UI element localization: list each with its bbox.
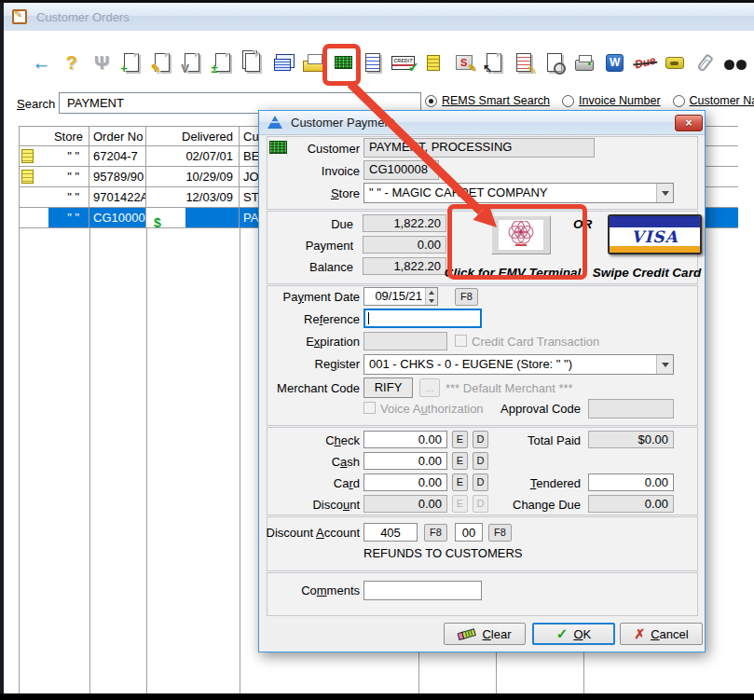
delivered-cell: 10/29/09 <box>146 167 240 186</box>
close-icon[interactable]: × <box>675 115 703 131</box>
copy-order-icon[interactable] <box>238 39 267 86</box>
title-bar: Customer Orders <box>4 3 754 31</box>
search-mode-radio-rems-smart-search[interactable]: REMS Smart Search <box>425 94 550 107</box>
edit-document-icon[interactable] <box>509 39 539 86</box>
discount-subaccount-input[interactable] <box>455 523 483 542</box>
chevron-down-icon[interactable] <box>656 184 673 202</box>
spin-down-icon[interactable] <box>426 296 437 305</box>
adjust-order-icon-glyph: ± <box>215 53 230 72</box>
word-export-icon[interactable]: W <box>599 39 629 86</box>
comments-input[interactable] <box>363 581 482 600</box>
cash-d-button[interactable]: D <box>473 452 488 470</box>
check-e-button[interactable]: E <box>452 431 468 448</box>
cancel-button-label: Cancel <box>651 627 688 641</box>
change-due-label: Change Due <box>483 498 581 513</box>
payment-date-field[interactable]: 09/15/21 <box>363 287 438 306</box>
invoice-receipt-icon[interactable] <box>358 39 388 86</box>
tendered-input[interactable] <box>588 474 674 491</box>
text-caret <box>368 312 369 324</box>
help-icon[interactable]: ? <box>56 39 86 86</box>
payment-field: 0.00 <box>363 236 446 254</box>
radio-circle-icon[interactable] <box>562 95 574 107</box>
notes-icon[interactable] <box>418 39 448 86</box>
tendered-label: Tendered <box>483 476 581 491</box>
new-order-icon[interactable]: + <box>117 39 146 86</box>
due-stamp-icon[interactable]: Due <box>630 39 660 86</box>
cash-amount-input[interactable] <box>363 452 447 470</box>
price-box-icon[interactable]: S <box>448 39 478 86</box>
void-order-icon[interactable]: V <box>177 39 207 86</box>
column-header-store[interactable]: Store <box>19 127 89 145</box>
approval-code-field <box>588 399 674 419</box>
search-label: Search <box>17 97 55 111</box>
note-icon <box>21 170 34 184</box>
radio-circle-icon[interactable] <box>673 95 685 107</box>
card-label: Card <box>267 476 360 491</box>
find-binoculars-icon[interactable] <box>720 39 750 86</box>
chevron-down-icon[interactable] <box>656 355 673 374</box>
rems-logo-icon <box>267 116 282 129</box>
card-amount-input[interactable] <box>363 474 447 491</box>
find-binoculars-icon-glyph <box>724 59 747 70</box>
reports-icon[interactable] <box>267 39 297 86</box>
visa-blue-band <box>610 216 700 227</box>
payment-date-f8-button[interactable]: F8 <box>455 288 478 306</box>
search-mode-radio-customer-name[interactable]: Customer Name <box>673 94 754 107</box>
clear-button-label: Clear <box>482 627 511 641</box>
discount-subaccount-f8-button[interactable]: F8 <box>488 524 512 542</box>
comments-label: Comments <box>267 583 360 598</box>
adjust-order-icon[interactable]: ± <box>207 39 237 86</box>
grid-line <box>146 228 147 693</box>
search-mode-radio-group: REMS Smart SearchInvoice NumberCustomer … <box>425 94 754 107</box>
cancel-button[interactable]: ✗ Cancel <box>620 623 703 645</box>
cash-e-button[interactable]: E <box>452 452 468 470</box>
attachment-paperclip-icon[interactable] <box>691 39 720 86</box>
ok-button[interactable]: ✓ OK <box>532 623 615 645</box>
change-due-field: 0.00 <box>588 495 674 513</box>
delivered-cell: 12/03/09 <box>146 187 240 207</box>
edit-document-icon-glyph <box>516 53 531 72</box>
grid-line <box>89 228 90 693</box>
expiration-label: Expiration <box>267 335 360 350</box>
note-icon <box>21 149 34 163</box>
radio-circle-icon[interactable] <box>425 95 437 107</box>
print-icon[interactable] <box>569 39 599 86</box>
x-icon: ✗ <box>634 626 645 641</box>
expiration-field <box>363 332 447 350</box>
column-header-order-no[interactable]: Order No <box>89 127 146 145</box>
store-cell: " " <box>48 187 89 207</box>
spin-up-icon[interactable] <box>426 288 437 296</box>
edit-order-icon[interactable]: ✎ <box>147 39 177 86</box>
card-e-button[interactable]: E <box>452 474 468 491</box>
visa-card-logo: VISA <box>608 214 702 254</box>
discount-account-input[interactable] <box>363 523 418 542</box>
select-document-icon[interactable]: ↖ <box>479 39 509 86</box>
merchant-code-label: Merchant Code <box>267 381 360 396</box>
column-header-delivered[interactable]: Delivered <box>146 127 240 145</box>
customer-field: PAYMENT, PROCESSING <box>363 138 595 158</box>
print-preview-icon[interactable] <box>540 39 569 86</box>
credit-card-icon[interactable]: CREDIT✓ <box>389 39 418 86</box>
total-paid-field: $0.00 <box>588 431 674 448</box>
notes-icon-glyph <box>427 55 440 71</box>
hand-icon[interactable]: Ψ <box>87 39 117 86</box>
measure-tape-icon[interactable] <box>660 39 690 86</box>
dialog-title-bar[interactable]: Customer Payment × <box>259 111 705 135</box>
clear-button[interactable]: Clear <box>444 623 526 645</box>
discount-account-label: Discount Account <box>248 526 360 541</box>
credit-card-transaction-checkbox <box>455 335 467 347</box>
price-box-icon-glyph: S <box>456 55 473 70</box>
help-icon-glyph: ? <box>65 53 76 72</box>
register-combo-value: 001 - CHKS - 0 - EUGENE (Store: " ") <box>364 355 656 374</box>
discount-account-f8-button[interactable]: F8 <box>424 524 447 542</box>
store-combo[interactable]: " " - MAGIC CARPET COMPANY <box>363 183 674 203</box>
register-combo[interactable]: 001 - CHKS - 0 - EUGENE (Store: " ") <box>363 354 674 375</box>
ok-button-label: OK <box>573 627 591 641</box>
reference-input[interactable] <box>363 309 482 328</box>
row-icon-cell <box>19 208 48 227</box>
date-spinner[interactable] <box>425 288 437 305</box>
search-mode-radio-invoice-number[interactable]: Invoice Number <box>562 94 661 107</box>
back-arrow-icon[interactable]: ← <box>26 39 56 86</box>
delivered-cell: 02/07/01 <box>146 146 240 166</box>
check-amount-input[interactable] <box>363 431 447 448</box>
